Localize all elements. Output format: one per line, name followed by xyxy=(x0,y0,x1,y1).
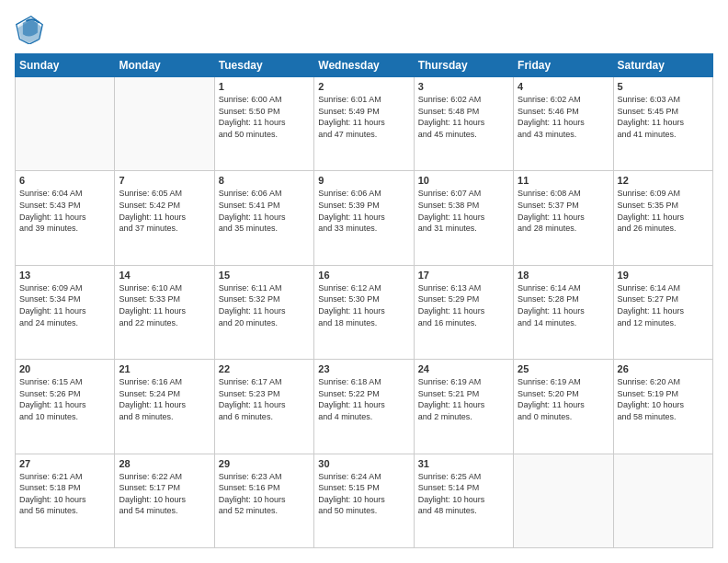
week-row-1: 6Sunrise: 6:04 AM Sunset: 5:43 PM Daylig… xyxy=(16,171,713,265)
calendar-cell xyxy=(514,454,613,547)
day-number: 9 xyxy=(318,175,409,186)
cell-info: Sunrise: 6:03 AM Sunset: 5:45 PM Dayligh… xyxy=(618,94,709,140)
day-number: 28 xyxy=(119,458,210,469)
calendar-cell: 21Sunrise: 6:16 AM Sunset: 5:24 PM Dayli… xyxy=(115,360,214,454)
day-header-sunday: Sunday xyxy=(16,54,115,77)
day-number: 31 xyxy=(418,458,509,469)
day-header-tuesday: Tuesday xyxy=(214,54,313,77)
days-header-row: SundayMondayTuesdayWednesdayThursdayFrid… xyxy=(16,54,713,77)
calendar-cell: 18Sunrise: 6:14 AM Sunset: 5:28 PM Dayli… xyxy=(514,265,613,359)
day-number: 26 xyxy=(618,363,709,374)
day-number: 15 xyxy=(219,270,310,281)
cell-info: Sunrise: 6:16 AM Sunset: 5:24 PM Dayligh… xyxy=(119,376,210,422)
cell-info: Sunrise: 6:01 AM Sunset: 5:49 PM Dayligh… xyxy=(318,94,409,140)
day-number: 27 xyxy=(19,458,110,469)
calendar-cell: 19Sunrise: 6:14 AM Sunset: 5:27 PM Dayli… xyxy=(613,265,712,359)
day-number: 10 xyxy=(418,175,509,186)
calendar-cell: 4Sunrise: 6:02 AM Sunset: 5:46 PM Daylig… xyxy=(514,77,613,171)
cell-info: Sunrise: 6:23 AM Sunset: 5:16 PM Dayligh… xyxy=(219,471,310,517)
day-number: 22 xyxy=(219,363,310,374)
calendar-table: SundayMondayTuesdayWednesdayThursdayFrid… xyxy=(15,53,713,548)
cell-info: Sunrise: 6:14 AM Sunset: 5:28 PM Dayligh… xyxy=(518,282,609,328)
cell-info: Sunrise: 6:14 AM Sunset: 5:27 PM Dayligh… xyxy=(618,282,709,328)
cell-info: Sunrise: 6:25 AM Sunset: 5:14 PM Dayligh… xyxy=(418,471,509,517)
calendar-cell: 5Sunrise: 6:03 AM Sunset: 5:45 PM Daylig… xyxy=(613,77,712,171)
day-number: 6 xyxy=(19,175,110,186)
day-number: 18 xyxy=(518,270,609,281)
calendar-cell: 27Sunrise: 6:21 AM Sunset: 5:18 PM Dayli… xyxy=(16,454,115,547)
day-number: 8 xyxy=(219,175,310,186)
day-number: 23 xyxy=(318,363,409,374)
day-number: 1 xyxy=(219,81,310,92)
page: SundayMondayTuesdayWednesdayThursdayFrid… xyxy=(0,0,728,563)
day-number: 13 xyxy=(19,270,110,281)
day-number: 30 xyxy=(318,458,409,469)
week-row-3: 20Sunrise: 6:15 AM Sunset: 5:26 PM Dayli… xyxy=(16,360,713,454)
calendar-cell: 8Sunrise: 6:06 AM Sunset: 5:41 PM Daylig… xyxy=(214,171,313,265)
day-number: 7 xyxy=(119,175,210,186)
cell-info: Sunrise: 6:11 AM Sunset: 5:32 PM Dayligh… xyxy=(219,282,310,328)
calendar-cell: 2Sunrise: 6:01 AM Sunset: 5:49 PM Daylig… xyxy=(314,77,414,171)
day-number: 5 xyxy=(618,81,709,92)
day-header-friday: Friday xyxy=(514,54,613,77)
day-number: 16 xyxy=(318,270,409,281)
day-number: 21 xyxy=(119,363,210,374)
cell-info: Sunrise: 6:24 AM Sunset: 5:15 PM Dayligh… xyxy=(318,471,409,517)
cell-info: Sunrise: 6:02 AM Sunset: 5:48 PM Dayligh… xyxy=(418,94,509,140)
calendar-cell: 23Sunrise: 6:18 AM Sunset: 5:22 PM Dayli… xyxy=(314,360,414,454)
day-number: 20 xyxy=(19,363,110,374)
calendar-cell: 16Sunrise: 6:12 AM Sunset: 5:30 PM Dayli… xyxy=(314,265,414,359)
day-header-saturday: Saturday xyxy=(613,54,712,77)
calendar-cell: 3Sunrise: 6:02 AM Sunset: 5:48 PM Daylig… xyxy=(414,77,513,171)
calendar-cell: 9Sunrise: 6:06 AM Sunset: 5:39 PM Daylig… xyxy=(314,171,414,265)
day-number: 19 xyxy=(618,270,709,281)
day-header-thursday: Thursday xyxy=(414,54,513,77)
cell-info: Sunrise: 6:02 AM Sunset: 5:46 PM Dayligh… xyxy=(518,94,609,140)
calendar-cell xyxy=(613,454,712,547)
calendar-cell xyxy=(16,77,115,171)
cell-info: Sunrise: 6:15 AM Sunset: 5:26 PM Dayligh… xyxy=(19,376,110,422)
cell-info: Sunrise: 6:07 AM Sunset: 5:38 PM Dayligh… xyxy=(418,188,509,234)
day-header-monday: Monday xyxy=(115,54,214,77)
calendar-cell: 10Sunrise: 6:07 AM Sunset: 5:38 PM Dayli… xyxy=(414,171,513,265)
calendar-cell: 25Sunrise: 6:19 AM Sunset: 5:20 PM Dayli… xyxy=(514,360,613,454)
day-number: 14 xyxy=(119,270,210,281)
calendar-cell: 22Sunrise: 6:17 AM Sunset: 5:23 PM Dayli… xyxy=(214,360,313,454)
calendar-cell: 1Sunrise: 6:00 AM Sunset: 5:50 PM Daylig… xyxy=(214,77,313,171)
logo xyxy=(15,15,48,44)
calendar-cell: 17Sunrise: 6:13 AM Sunset: 5:29 PM Dayli… xyxy=(414,265,513,359)
cell-info: Sunrise: 6:19 AM Sunset: 5:20 PM Dayligh… xyxy=(518,376,609,422)
cell-info: Sunrise: 6:13 AM Sunset: 5:29 PM Dayligh… xyxy=(418,282,509,328)
week-row-0: 1Sunrise: 6:00 AM Sunset: 5:50 PM Daylig… xyxy=(16,77,713,171)
calendar-cell: 11Sunrise: 6:08 AM Sunset: 5:37 PM Dayli… xyxy=(514,171,613,265)
calendar-cell: 30Sunrise: 6:24 AM Sunset: 5:15 PM Dayli… xyxy=(314,454,414,547)
week-row-4: 27Sunrise: 6:21 AM Sunset: 5:18 PM Dayli… xyxy=(16,454,713,547)
day-number: 25 xyxy=(518,363,609,374)
day-number: 4 xyxy=(518,81,609,92)
cell-info: Sunrise: 6:05 AM Sunset: 5:42 PM Dayligh… xyxy=(119,188,210,234)
day-number: 2 xyxy=(318,81,409,92)
day-number: 29 xyxy=(219,458,310,469)
cell-info: Sunrise: 6:22 AM Sunset: 5:17 PM Dayligh… xyxy=(119,471,210,517)
cell-info: Sunrise: 6:10 AM Sunset: 5:33 PM Dayligh… xyxy=(119,282,210,328)
cell-info: Sunrise: 6:18 AM Sunset: 5:22 PM Dayligh… xyxy=(318,376,409,422)
cell-info: Sunrise: 6:00 AM Sunset: 5:50 PM Dayligh… xyxy=(219,94,310,140)
calendar-cell: 24Sunrise: 6:19 AM Sunset: 5:21 PM Dayli… xyxy=(414,360,513,454)
cell-info: Sunrise: 6:19 AM Sunset: 5:21 PM Dayligh… xyxy=(418,376,509,422)
cell-info: Sunrise: 6:12 AM Sunset: 5:30 PM Dayligh… xyxy=(318,282,409,328)
calendar-cell: 20Sunrise: 6:15 AM Sunset: 5:26 PM Dayli… xyxy=(16,360,115,454)
calendar-cell: 12Sunrise: 6:09 AM Sunset: 5:35 PM Dayli… xyxy=(613,171,712,265)
header xyxy=(15,15,713,44)
day-number: 11 xyxy=(518,175,609,186)
logo-icon xyxy=(15,15,44,44)
week-row-2: 13Sunrise: 6:09 AM Sunset: 5:34 PM Dayli… xyxy=(16,265,713,359)
calendar-cell: 31Sunrise: 6:25 AM Sunset: 5:14 PM Dayli… xyxy=(414,454,513,547)
calendar-cell: 14Sunrise: 6:10 AM Sunset: 5:33 PM Dayli… xyxy=(115,265,214,359)
cell-info: Sunrise: 6:06 AM Sunset: 5:41 PM Dayligh… xyxy=(219,188,310,234)
cell-info: Sunrise: 6:09 AM Sunset: 5:34 PM Dayligh… xyxy=(19,282,110,328)
calendar-cell: 26Sunrise: 6:20 AM Sunset: 5:19 PM Dayli… xyxy=(613,360,712,454)
cell-info: Sunrise: 6:21 AM Sunset: 5:18 PM Dayligh… xyxy=(19,471,110,517)
day-number: 3 xyxy=(418,81,509,92)
day-header-wednesday: Wednesday xyxy=(314,54,414,77)
cell-info: Sunrise: 6:06 AM Sunset: 5:39 PM Dayligh… xyxy=(318,188,409,234)
